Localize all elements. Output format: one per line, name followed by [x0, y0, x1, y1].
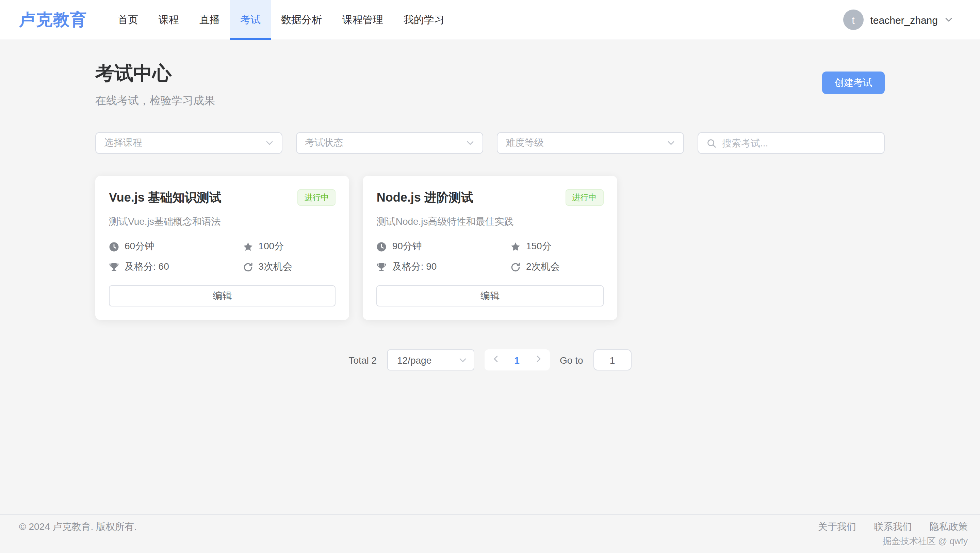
chevron-down-icon [458, 356, 466, 364]
goto-page-input[interactable] [593, 349, 632, 370]
difficulty-select[interactable]: 难度等级 [497, 132, 684, 154]
copyright: © 2024 卢克教育. 版权所有. [19, 521, 137, 533]
avatar-initial: t [852, 14, 854, 25]
edit-exam-button[interactable]: 编辑 [109, 285, 336, 306]
status-select[interactable]: 考试状态 [296, 132, 483, 154]
pagination: Total 2 12/page 1 [95, 349, 885, 370]
clock-icon [109, 241, 119, 252]
current-page[interactable]: 1 [506, 354, 528, 365]
nav-item-analytics[interactable]: 数据分析 [271, 0, 332, 40]
nav-item-home[interactable]: 首页 [108, 0, 148, 40]
exam-card: Node.js 进阶测试 进行中 测试Node.js高级特性和最佳实践 90分钟 [363, 176, 617, 320]
nav-item-exams[interactable]: 考试 [230, 0, 271, 40]
edit-exam-button[interactable]: 编辑 [377, 285, 604, 306]
exam-title: Node.js 进阶测试 [377, 189, 473, 206]
refresh-icon [511, 262, 520, 272]
trophy-icon [109, 262, 119, 272]
header: 卢克教育 首页 课程 直播 考试 数据分析 课程管理 我的学习 t teache… [0, 0, 980, 40]
page-size-select[interactable]: 12/page [387, 349, 474, 370]
chevron-down-icon [466, 139, 474, 147]
exam-description: 测试Vue.js基础概念和语法 [109, 215, 336, 228]
username: teacher_zhang [870, 14, 938, 25]
page-subtitle: 在线考试，检验学习成果 [95, 94, 215, 108]
nav-item-courses[interactable]: 课程 [148, 0, 189, 40]
nav-item-my-learning[interactable]: 我的学习 [393, 0, 455, 40]
star-icon [511, 241, 520, 252]
search-box [698, 132, 885, 154]
main-content: 考试中心 在线考试，检验学习成果 创建考试 选择课程 考试状态 难度等级 [95, 40, 885, 514]
exam-pass-score: 及格分: 90 [392, 261, 437, 273]
refresh-icon [243, 262, 253, 272]
app: 卢克教育 首页 课程 直播 考试 数据分析 课程管理 我的学习 t teache… [0, 0, 980, 553]
nav-item-course-management[interactable]: 课程管理 [332, 0, 393, 40]
user-menu[interactable]: t teacher_zhang [843, 0, 953, 40]
star-icon [243, 241, 253, 252]
main-nav: 首页 课程 直播 考试 数据分析 课程管理 我的学习 [108, 0, 455, 40]
exam-attempts: 2次机会 [526, 261, 560, 273]
search-input[interactable] [722, 137, 876, 148]
pagination-total: Total 2 [349, 354, 377, 365]
footer: © 2024 卢克教育. 版权所有. 关于我们 联系我们 隐私政策 掘金技术社区… [0, 514, 980, 553]
exam-score: 150分 [526, 241, 552, 253]
clock-icon [377, 241, 387, 252]
exam-duration: 60分钟 [124, 241, 154, 253]
prev-page-button[interactable] [485, 349, 506, 370]
chevron-down-icon [945, 16, 953, 24]
nav-item-live[interactable]: 直播 [189, 0, 230, 40]
page-head: 考试中心 在线考试，检验学习成果 创建考试 [95, 61, 885, 108]
exam-attempts: 3次机会 [258, 261, 292, 273]
footer-link-contact[interactable]: 联系我们 [874, 521, 912, 533]
pager: 1 [484, 349, 550, 370]
page-size-value: 12/page [397, 354, 431, 365]
create-exam-button[interactable]: 创建考试 [822, 72, 885, 94]
status-select-placeholder: 考试状态 [305, 137, 343, 149]
footer-link-privacy[interactable]: 隐私政策 [930, 521, 968, 533]
exam-meta: 90分钟 150分 及格分: 90 [377, 241, 604, 273]
page-title: 考试中心 [95, 61, 215, 86]
exam-pass-score: 及格分: 60 [124, 261, 169, 273]
status-badge: 进行中 [298, 189, 336, 206]
filters-bar: 选择课程 考试状态 难度等级 [95, 132, 885, 154]
exam-description: 测试Node.js高级特性和最佳实践 [377, 215, 604, 228]
course-select[interactable]: 选择课程 [95, 132, 282, 154]
arrow-right-icon [534, 355, 542, 365]
chevron-down-icon [266, 139, 274, 147]
goto-label: Go to [560, 354, 583, 365]
arrow-left-icon [492, 355, 500, 365]
course-select-placeholder: 选择课程 [104, 137, 142, 149]
status-badge: 进行中 [565, 189, 603, 206]
watermark: 掘金技术社区 @ qwfy [19, 535, 968, 548]
exam-card-grid: Vue.js 基础知识测试 进行中 测试Vue.js基础概念和语法 60分钟 [95, 176, 885, 320]
exam-card: Vue.js 基础知识测试 进行中 测试Vue.js基础概念和语法 60分钟 [95, 176, 350, 320]
chevron-down-icon [667, 139, 675, 147]
brand-logo[interactable]: 卢克教育 [19, 0, 87, 40]
exam-duration: 90分钟 [392, 241, 422, 253]
footer-links: 关于我们 联系我们 隐私政策 [818, 521, 968, 533]
footer-link-about[interactable]: 关于我们 [818, 521, 856, 533]
avatar: t [843, 10, 864, 30]
exam-meta: 60分钟 100分 及格分: 60 [109, 241, 336, 273]
trophy-icon [377, 262, 387, 272]
search-icon [706, 138, 717, 148]
exam-score: 100分 [258, 241, 284, 253]
difficulty-select-placeholder: 难度等级 [506, 137, 544, 149]
next-page-button[interactable] [528, 349, 548, 370]
exam-title: Vue.js 基础知识测试 [109, 189, 221, 206]
